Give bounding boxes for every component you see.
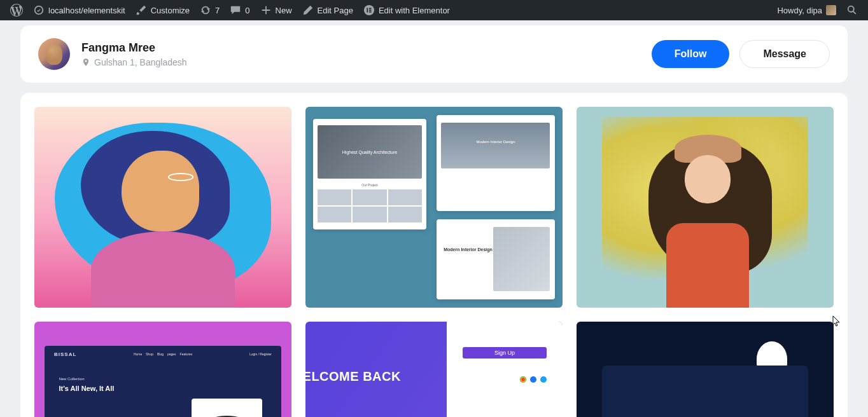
follow-button[interactable]: Follow	[652, 40, 730, 68]
new-link[interactable]: New	[255, 0, 297, 20]
gallery-section: Our Project Modern Interior Design BISSA…	[20, 93, 848, 417]
twitter-icon	[540, 376, 547, 383]
profile-location: Gulshan 1, Bangladesh	[81, 57, 187, 67]
gallery-item-1[interactable]	[34, 107, 291, 308]
updates-count: 7	[215, 6, 220, 15]
comments-count: 0	[245, 6, 249, 15]
profile-avatar[interactable]	[38, 38, 70, 70]
dashboard-icon	[33, 4, 45, 16]
brush-icon	[136, 4, 147, 16]
howdy-link[interactable]: Howdy, dipa	[772, 0, 841, 20]
profile-location-text: Gulshan 1, Bangladesh	[94, 57, 187, 67]
comments-link[interactable]: 0	[225, 0, 255, 20]
wp-admin-bar: localhost/elementskit Customize 7 0 New …	[0, 0, 868, 20]
profile-name: Fangma Mree	[81, 41, 187, 55]
page-content: Fangma Mree Gulshan 1, Bangladesh Follow…	[0, 20, 868, 417]
svg-rect-1	[367, 8, 368, 12]
svg-rect-2	[369, 8, 372, 9]
svg-rect-4	[369, 11, 372, 13]
edit-elementor-text: Edit with Elementor	[379, 6, 450, 15]
customize-link[interactable]: Customize	[130, 0, 195, 20]
wordpress-icon	[10, 4, 23, 17]
svg-rect-3	[369, 10, 372, 11]
gallery-item-5[interactable]: ELCOME BACK Sign Up	[305, 322, 563, 417]
edit-page-link[interactable]: Edit Page	[297, 0, 358, 20]
site-name-link[interactable]: localhost/elementskit	[28, 0, 130, 20]
google-icon	[520, 376, 526, 383]
customize-text: Customize	[151, 6, 190, 15]
gallery-item-6[interactable]: 4 4	[577, 322, 834, 417]
site-name-text: localhost/elementskit	[48, 6, 125, 15]
gallery-item-3[interactable]	[577, 107, 834, 308]
edit-elementor-link[interactable]: Edit with Elementor	[358, 0, 455, 20]
wp-logo[interactable]	[5, 0, 28, 20]
refresh-icon	[200, 4, 211, 16]
search-toggle[interactable]	[841, 0, 863, 20]
user-avatar-icon	[826, 5, 836, 15]
gallery-item-2[interactable]: Our Project Modern Interior Design	[305, 107, 563, 308]
pencil-icon	[302, 4, 314, 16]
message-button[interactable]: Message	[739, 40, 830, 68]
gallery-item-4[interactable]: BISSALHomeShopBlogpagesFeaturesLogin / R…	[34, 322, 291, 417]
location-pin-icon	[81, 58, 90, 67]
profile-header: Fangma Mree Gulshan 1, Bangladesh Follow…	[20, 25, 848, 83]
plus-icon	[260, 4, 272, 16]
cursor-icon	[832, 315, 841, 331]
comment-icon	[230, 4, 241, 16]
howdy-text: Howdy, dipa	[777, 6, 822, 15]
edit-page-text: Edit Page	[318, 6, 353, 15]
updates-link[interactable]: 7	[195, 0, 225, 20]
elementor-icon	[363, 4, 375, 16]
search-icon	[846, 4, 858, 16]
facebook-icon	[530, 376, 536, 383]
new-text: New	[276, 6, 292, 15]
